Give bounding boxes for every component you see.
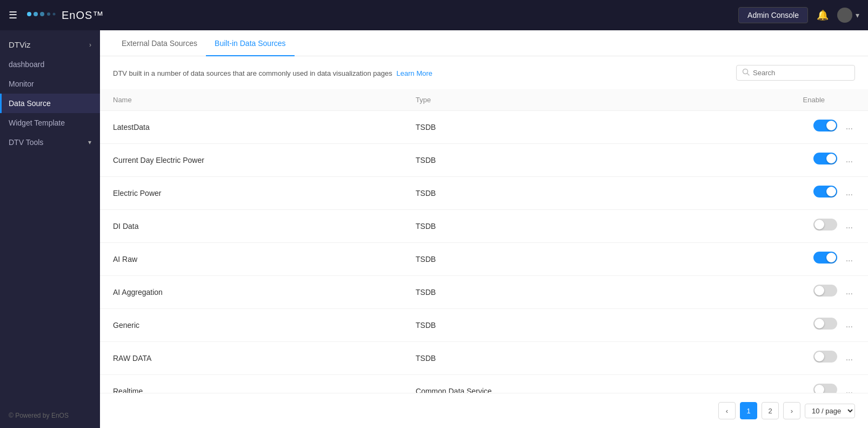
sidebar-item-monitor[interactable]: Monitor <box>0 74 100 94</box>
topbar-right: Admin Console 🔔 ▾ <box>738 7 859 23</box>
cell-type: TSDB <box>403 210 666 243</box>
user-area[interactable]: ▾ <box>837 8 859 23</box>
chevron-right-icon: › <box>89 41 91 49</box>
page-2-button[interactable]: 2 <box>762 402 779 419</box>
cell-type: TSDB <box>403 177 666 210</box>
sidebar-item-widget-template[interactable]: Widget Template <box>0 113 100 133</box>
table-row: RAW DATATSDB··· <box>100 342 868 375</box>
table-container: Name Type Enable LatestDataTSDB···Curren… <box>100 89 868 393</box>
search-box <box>736 65 855 81</box>
svg-point-0 <box>27 12 31 16</box>
sidebar-item-data-source[interactable]: Data Source <box>0 94 100 113</box>
cell-actions: ··· <box>666 309 868 342</box>
main-content: External Data Sources Built-in Data Sour… <box>100 30 868 428</box>
cell-actions: ··· <box>666 177 868 210</box>
sidebar: DTViz › dashboard Monitor Data Source Wi… <box>0 30 100 428</box>
toggle-generic[interactable] <box>813 318 837 330</box>
next-page-button[interactable]: › <box>783 402 800 419</box>
info-text: DTV built in a number of data sources th… <box>113 69 392 77</box>
cell-name: Generic <box>100 309 403 342</box>
more-button-4[interactable]: ··· <box>842 255 857 267</box>
cell-type: TSDB <box>403 342 666 375</box>
menu-icon[interactable]: ☰ <box>9 9 17 21</box>
more-button-6[interactable]: ··· <box>842 321 857 333</box>
more-button-1[interactable]: ··· <box>842 156 857 168</box>
cell-actions: ··· <box>666 144 868 177</box>
toggle-ai-raw[interactable] <box>813 252 837 264</box>
learn-more-link[interactable]: Learn More <box>397 69 432 77</box>
cell-actions: ··· <box>666 342 868 375</box>
toggle-current-day-electric-power[interactable] <box>813 153 837 164</box>
cell-type: TSDB <box>403 276 666 309</box>
tab-builtin[interactable]: Built-in Data Sources <box>206 30 295 56</box>
cell-name: AI Aggregation <box>100 276 403 309</box>
cell-name: Electric Power <box>100 177 403 210</box>
toggle-latestdata[interactable] <box>813 120 837 131</box>
more-button-2[interactable]: ··· <box>842 189 857 201</box>
pagination: ‹ 1 2 › 10 / page 20 / page 50 / page <box>100 393 868 428</box>
search-input[interactable] <box>753 69 849 77</box>
table-row: LatestDataTSDB··· <box>100 111 868 144</box>
toggle-ai-aggregation[interactable] <box>813 285 837 297</box>
info-bar: DTV built in a number of data sources th… <box>100 56 868 89</box>
table-row: Current Day Electric PowerTSDB··· <box>100 144 868 177</box>
cell-actions: ··· <box>666 375 868 393</box>
cell-actions: ··· <box>666 111 868 144</box>
chevron-down-icon: ▾ <box>856 11 859 19</box>
tab-external[interactable]: External Data Sources <box>113 30 206 56</box>
logo: EnOS™ <box>26 8 738 23</box>
cell-name: RAW DATA <box>100 342 403 375</box>
topbar: ☰ EnOS™ Admin Console 🔔 ▾ <box>0 0 868 30</box>
svg-point-3 <box>47 12 50 16</box>
tabs-bar: External Data Sources Built-in Data Sour… <box>100 30 868 56</box>
toggle-di-data[interactable] <box>813 219 837 231</box>
sidebar-section: DTViz › dashboard Monitor Data Source Wi… <box>0 30 100 156</box>
col-header-enable: Enable <box>666 89 868 111</box>
cell-name: Realtime <box>100 375 403 393</box>
search-icon <box>742 68 750 77</box>
svg-point-4 <box>53 12 56 15</box>
logo-dots <box>26 8 58 23</box>
cell-type: TSDB <box>403 309 666 342</box>
sidebar-item-dashboard[interactable]: dashboard <box>0 55 100 74</box>
user-avatar <box>837 8 852 23</box>
svg-line-6 <box>747 74 750 76</box>
svg-point-1 <box>34 12 38 16</box>
more-button-3[interactable]: ··· <box>842 222 857 234</box>
bell-icon[interactable]: 🔔 <box>817 9 829 21</box>
table-row: AI RawTSDB··· <box>100 243 868 276</box>
cell-name: AI Raw <box>100 243 403 276</box>
logo-text: EnOS™ <box>62 9 104 22</box>
toggle-realtime[interactable] <box>813 384 837 393</box>
toggle-raw-data[interactable] <box>813 351 837 363</box>
layout: DTViz › dashboard Monitor Data Source Wi… <box>0 30 868 428</box>
table-row: DI DataTSDB··· <box>100 210 868 243</box>
col-header-type: Type <box>403 89 666 111</box>
more-button-5[interactable]: ··· <box>842 288 857 300</box>
page-1-button[interactable]: 1 <box>740 402 757 419</box>
more-button-8[interactable]: ··· <box>842 387 857 393</box>
admin-console-button[interactable]: Admin Console <box>738 7 808 23</box>
cell-actions: ··· <box>666 210 868 243</box>
cell-name: Current Day Electric Power <box>100 144 403 177</box>
more-button-0[interactable]: ··· <box>842 123 857 135</box>
sidebar-group-dtviz[interactable]: DTViz › <box>0 35 100 55</box>
cell-type: TSDB <box>403 144 666 177</box>
sidebar-item-dtv-tools[interactable]: DTV Tools ▾ <box>0 133 100 152</box>
table-row: GenericTSDB··· <box>100 309 868 342</box>
prev-page-button[interactable]: ‹ <box>718 402 736 419</box>
cell-type: TSDB <box>403 111 666 144</box>
info-description: DTV built in a number of data sources th… <box>113 69 432 77</box>
table-row: Electric PowerTSDB··· <box>100 177 868 210</box>
cell-actions: ··· <box>666 276 868 309</box>
chevron-down-icon: ▾ <box>88 139 91 146</box>
more-button-7[interactable]: ··· <box>842 354 857 366</box>
page-size-select[interactable]: 10 / page 20 / page 50 / page <box>805 404 855 418</box>
table-row: AI AggregationTSDB··· <box>100 276 868 309</box>
cell-type: TSDB <box>403 243 666 276</box>
table-header-row: Name Type Enable <box>100 89 868 111</box>
cell-name: DI Data <box>100 210 403 243</box>
toggle-electric-power[interactable] <box>813 186 837 197</box>
cell-type: Common Data Service <box>403 375 666 393</box>
svg-point-2 <box>40 12 44 16</box>
